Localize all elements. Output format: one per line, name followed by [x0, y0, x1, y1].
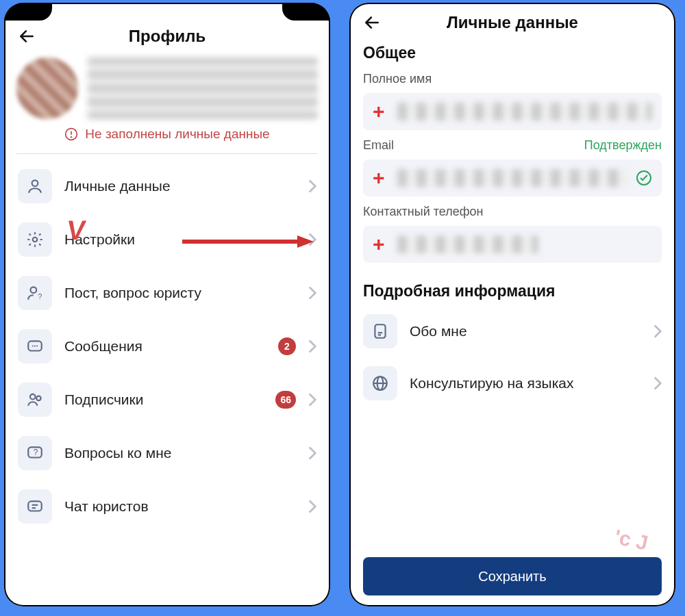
detail-item-languages[interactable]: Консультирую на языках — [359, 359, 666, 407]
menu-item-followers[interactable]: Подписчики 66 — [14, 376, 321, 424]
menu-label: Чат юристов — [64, 498, 296, 515]
screen-personal-data: Личные данные Общее Полное имя + Email П… — [349, 3, 675, 606]
annotation-arrow — [182, 235, 314, 248]
chevron-right-icon — [308, 500, 316, 513]
svg-marker-1 — [297, 235, 314, 248]
chevron-right-icon — [308, 339, 316, 353]
chat-icon — [26, 337, 44, 355]
svg-rect-21 — [375, 324, 385, 338]
field-label: Полное имя — [363, 72, 662, 86]
profile-warning: Не заполнены личные данные — [4, 119, 330, 153]
svg-point-7 — [31, 287, 37, 293]
svg-point-13 — [30, 394, 36, 400]
menu-label: Подписчики — [64, 392, 263, 408]
menu-label: Вопросы ко мне — [64, 445, 296, 461]
menu-item-messages[interactable]: Сообщения 2 — [14, 322, 321, 370]
field-label: Email — [363, 138, 394, 153]
annotation-plus-icon: + — [373, 100, 385, 123]
svg-point-6 — [33, 238, 38, 242]
email-verified-label: Подтвержден — [584, 138, 662, 153]
profile-summary — [4, 53, 330, 119]
profile-name-redacted — [88, 57, 318, 119]
save-button-label: Сохранить — [478, 569, 546, 585]
annotation-plus-icon: + — [373, 166, 385, 190]
redacted-value — [397, 169, 627, 187]
menu-item-personal-data[interactable]: Личные данные — [14, 162, 321, 210]
redacted-value — [397, 103, 652, 120]
check-circle-icon — [636, 170, 652, 186]
svg-text:?: ? — [38, 292, 42, 300]
svg-point-10 — [32, 345, 34, 346]
chevron-right-icon — [308, 446, 316, 460]
chevron-right-icon — [653, 324, 662, 338]
full-name-input[interactable]: + — [363, 93, 662, 130]
page-title: Личные данные — [362, 13, 663, 32]
svg-point-14 — [36, 396, 40, 400]
section-details-title: Подробная информация — [349, 267, 675, 306]
gear-icon — [26, 231, 44, 248]
svg-point-11 — [34, 345, 36, 346]
detail-label: Обо мне — [410, 323, 641, 339]
menu-item-lawyers-chat[interactable]: Чат юристов — [14, 483, 321, 530]
users-icon — [26, 391, 44, 409]
svg-point-5 — [32, 180, 38, 186]
question-bubble-icon: ? — [26, 444, 44, 462]
badge-count: 2 — [278, 337, 296, 355]
save-button[interactable]: Сохранить — [363, 557, 662, 595]
phone-input[interactable]: + — [363, 226, 662, 263]
page-title: Профиль — [16, 27, 318, 46]
document-icon — [371, 322, 389, 340]
email-input[interactable]: + — [363, 159, 662, 196]
svg-rect-17 — [28, 501, 42, 511]
profile-menu: Личные данные Настройки ? Пост, вопрос ю… — [4, 154, 330, 530]
header: Личные данные — [349, 3, 675, 40]
screen-profile: V Профиль Не заполнены личные данные Лич… — [4, 3, 330, 606]
alert-circle-icon — [64, 127, 78, 141]
menu-item-post-question[interactable]: ? Пост, вопрос юристу — [14, 269, 321, 317]
svg-point-12 — [36, 345, 38, 346]
menu-label: Личные данные — [64, 178, 296, 194]
chat-text-icon — [26, 498, 44, 515]
chevron-right-icon — [308, 179, 316, 193]
field-full-name: Полное имя + — [349, 68, 675, 134]
menu-label: Сообщения — [64, 338, 266, 355]
detail-item-about-me[interactable]: Обо мне — [359, 307, 666, 355]
field-phone: Контактный телефон + — [349, 201, 675, 267]
avatar[interactable] — [16, 57, 78, 119]
header: Профиль — [4, 3, 330, 53]
menu-item-questions-to-me[interactable]: ? Вопросы ко мне — [14, 429, 321, 477]
chevron-right-icon — [308, 393, 316, 407]
svg-point-4 — [71, 136, 72, 138]
annotation-plus-icon: + — [373, 233, 385, 256]
badge-count: 66 — [275, 391, 296, 409]
warning-text: Не заполнены личные данные — [85, 126, 269, 142]
globe-icon — [371, 374, 389, 392]
section-general-title: Общее — [349, 40, 675, 68]
detail-label: Консультирую на языках — [410, 375, 641, 392]
svg-text:?: ? — [34, 448, 38, 457]
field-email: Email Подтвержден + — [349, 134, 675, 201]
menu-label: Пост, вопрос юристу — [64, 285, 296, 301]
user-icon — [26, 177, 44, 195]
chevron-right-icon — [308, 286, 316, 300]
redacted-value — [397, 235, 538, 253]
user-question-icon: ? — [26, 284, 44, 302]
chevron-right-icon — [653, 376, 662, 390]
field-label: Контактный телефон — [363, 205, 662, 219]
details-list: Обо мне Консультирую на языках — [349, 306, 675, 407]
